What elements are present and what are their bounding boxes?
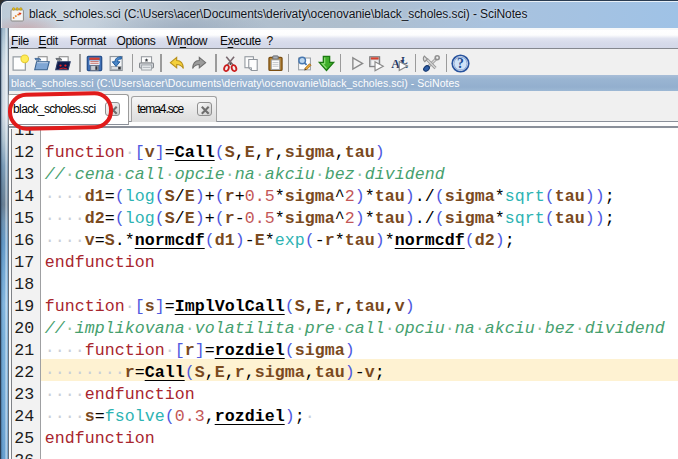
svg-text:?: ?: [458, 56, 465, 71]
